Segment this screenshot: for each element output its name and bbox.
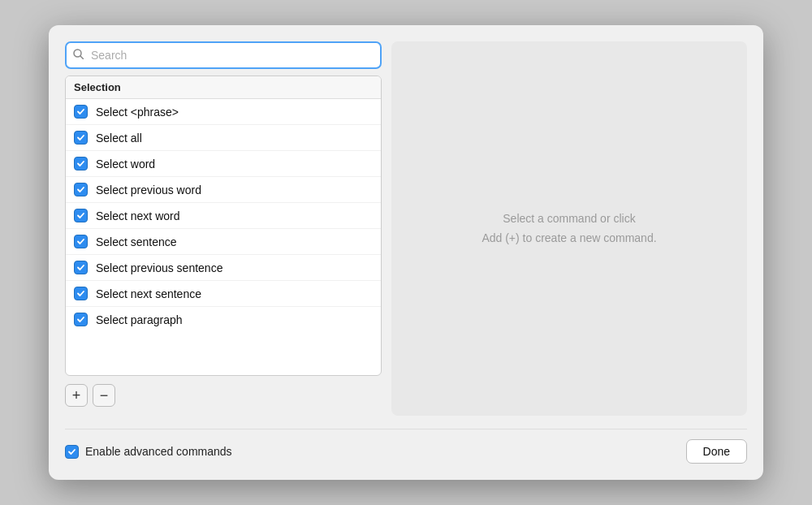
list-item[interactable]: Select word bbox=[66, 151, 381, 177]
item-label: Select previous sentence bbox=[96, 261, 222, 274]
item-checkbox[interactable] bbox=[74, 209, 88, 222]
list-item[interactable]: Select paragraph bbox=[66, 307, 381, 332]
search-input[interactable] bbox=[65, 41, 382, 69]
item-checkbox[interactable] bbox=[74, 287, 88, 300]
item-label: Select sentence bbox=[96, 235, 177, 248]
dialog-footer: Enable advanced commands Done bbox=[65, 429, 747, 464]
item-label: Select previous word bbox=[96, 183, 201, 196]
item-label: Select <phrase> bbox=[96, 106, 179, 119]
item-checkbox[interactable] bbox=[74, 313, 88, 326]
add-button[interactable]: + bbox=[65, 384, 88, 407]
done-button[interactable]: Done bbox=[686, 439, 747, 464]
list-item[interactable]: Select previous sentence bbox=[66, 255, 381, 281]
right-panel-line2: Add (+) to create a new command. bbox=[482, 231, 656, 244]
item-label: Select word bbox=[96, 158, 155, 170]
right-panel-text: Select a command or click Add (+) to cre… bbox=[482, 209, 656, 248]
list-action-buttons: + − bbox=[65, 384, 382, 407]
list-item[interactable]: Select all bbox=[66, 125, 381, 151]
right-panel: Select a command or click Add (+) to cre… bbox=[391, 41, 747, 416]
list-item[interactable]: Select <phrase> bbox=[66, 99, 381, 125]
list-group-header: Selection bbox=[66, 76, 381, 99]
list-item[interactable]: Select previous word bbox=[66, 177, 381, 203]
list-item[interactable]: Select sentence bbox=[66, 229, 381, 255]
enable-advanced-checkbox[interactable] bbox=[65, 445, 79, 459]
item-checkbox[interactable] bbox=[74, 131, 88, 145]
command-list: Selection Select <phrase>Select allSelec… bbox=[65, 76, 382, 376]
enable-advanced-label: Enable advanced commands bbox=[85, 445, 232, 458]
item-checkbox[interactable] bbox=[74, 183, 88, 196]
item-checkbox[interactable] bbox=[74, 105, 88, 119]
list-item[interactable]: Select next word bbox=[66, 203, 381, 229]
list-item[interactable]: Select next sentence bbox=[66, 281, 381, 307]
item-label: Select next sentence bbox=[96, 287, 201, 300]
dialog: Selection Select <phrase>Select allSelec… bbox=[49, 25, 763, 480]
item-label: Select all bbox=[96, 132, 142, 145]
right-panel-line1: Select a command or click bbox=[503, 212, 635, 225]
remove-button[interactable]: − bbox=[93, 384, 115, 407]
item-checkbox[interactable] bbox=[74, 157, 88, 170]
item-checkbox[interactable] bbox=[74, 261, 88, 274]
search-box-wrapper bbox=[65, 41, 382, 69]
footer-left: Enable advanced commands bbox=[65, 445, 232, 459]
item-label: Select paragraph bbox=[96, 313, 183, 326]
dialog-body: Selection Select <phrase>Select allSelec… bbox=[65, 41, 747, 416]
left-panel: Selection Select <phrase>Select allSelec… bbox=[65, 41, 382, 416]
item-label: Select next word bbox=[96, 209, 180, 222]
item-checkbox[interactable] bbox=[74, 235, 88, 248]
